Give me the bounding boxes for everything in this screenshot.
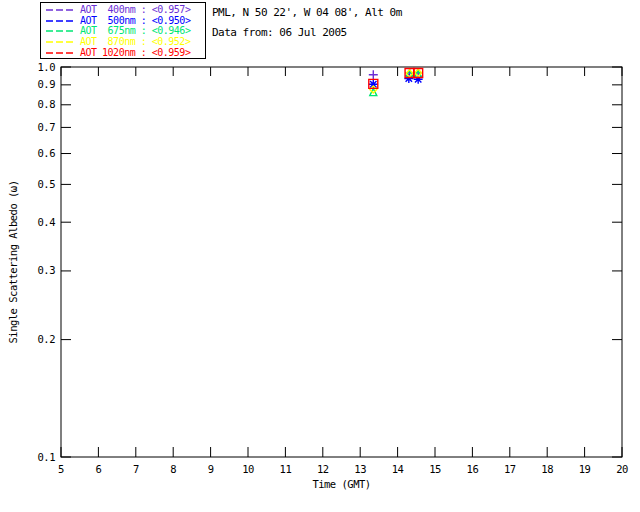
- x-tick-label: 17: [504, 463, 516, 475]
- x-tick-label: 11: [280, 463, 292, 475]
- ssa-scatter-chart: 5678910111213141516171819201.00.90.80.70…: [0, 0, 640, 512]
- y-tick-label: 0.2: [38, 333, 56, 345]
- y-tick-label: 0.9: [38, 78, 56, 90]
- y-tick-label: 0.1: [38, 451, 56, 463]
- x-tick-label: 7: [133, 463, 139, 475]
- x-tick-label: 15: [429, 463, 441, 475]
- data-point-aot-400nm: [369, 70, 378, 79]
- y-axis-title: Single Scattering Albedo (ω): [7, 180, 19, 343]
- x-tick-label: 6: [95, 463, 101, 475]
- axes-frame: [61, 67, 622, 457]
- x-tick-label: 12: [317, 463, 329, 475]
- y-tick-label: 0.5: [38, 178, 56, 190]
- x-tick-label: 16: [467, 463, 479, 475]
- y-tick-label: 0.3: [38, 264, 56, 276]
- x-tick-label: 13: [354, 463, 366, 475]
- y-tick-label: 1.0: [38, 61, 56, 73]
- y-tick-label: 0.8: [38, 98, 56, 110]
- x-tick-label: 19: [579, 463, 591, 475]
- x-tick-label: 8: [170, 463, 176, 475]
- x-tick-label: 20: [616, 463, 628, 475]
- x-tick-label: 9: [208, 463, 214, 475]
- x-tick-label: 14: [392, 463, 404, 475]
- y-tick-label: 0.7: [38, 121, 56, 133]
- x-axis-title: Time (GMT): [312, 478, 370, 490]
- x-tick-label: 18: [541, 463, 553, 475]
- x-tick-label: 5: [58, 463, 64, 475]
- y-tick-label: 0.4: [38, 216, 56, 228]
- y-tick-label: 0.6: [38, 147, 56, 159]
- x-tick-label: 10: [242, 463, 254, 475]
